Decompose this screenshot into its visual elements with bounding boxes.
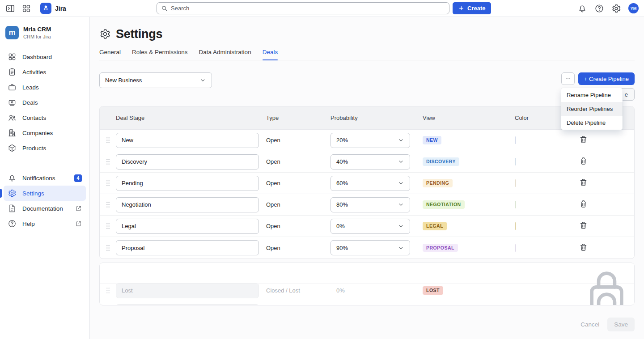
stage-type: Open — [266, 201, 330, 208]
sidebar-item-help[interactable]: Help — [4, 216, 86, 231]
stage-name-input[interactable] — [116, 154, 259, 170]
stage-color-swatch[interactable] — [515, 201, 516, 208]
sidebar-item-label: Notifications — [22, 175, 55, 182]
sidebar-item-label: Help — [22, 220, 35, 227]
cancel-button[interactable]: Cancel — [575, 318, 605, 331]
deals-icon — [8, 98, 17, 107]
global-search[interactable] — [157, 2, 449, 14]
app-title: Mria CRM — [23, 26, 51, 34]
help-icon[interactable] — [594, 4, 604, 13]
stage-color-swatch[interactable] — [515, 179, 516, 187]
pipeline-more-button[interactable] — [561, 72, 575, 85]
menu-item-delete-pipeline[interactable]: Delete Pipeline — [561, 116, 623, 130]
sidebar-item-notifications[interactable]: Notifications4 — [4, 170, 86, 186]
chevron-down-icon — [398, 245, 404, 251]
external-link-icon — [75, 205, 82, 212]
stage-name-input[interactable] — [116, 197, 259, 212]
chevron-down-icon — [398, 137, 404, 144]
sidebar-item-documentation[interactable]: Documentation — [4, 201, 86, 216]
stage-type: Open — [266, 180, 330, 186]
jira-logo-icon — [40, 3, 51, 14]
stage-name-input[interactable] — [116, 176, 259, 191]
sidebar-item-dashboard[interactable]: Dashboard — [4, 49, 86, 64]
stage-color-swatch[interactable] — [515, 136, 516, 144]
top-bar: Jira Create YM — [0, 0, 644, 17]
delete-stage-icon[interactable] — [579, 157, 588, 165]
create-button[interactable]: Create — [453, 2, 491, 14]
menu-item-rename-pipeline[interactable]: Rename Pipeline — [561, 88, 623, 102]
pipeline-select[interactable]: New Business — [99, 72, 212, 88]
form-footer: Cancel Save — [99, 318, 635, 331]
menu-item-reorder-pipelines[interactable]: Reorder Pipelines — [561, 102, 623, 116]
column-header-deal-stage: Deal Stage — [116, 114, 266, 121]
stage-name-input[interactable] — [116, 240, 259, 255]
sidebar-divider — [2, 163, 88, 163]
table-header: Deal StageTypeProbabilityViewColor — [100, 106, 634, 130]
tab-general[interactable]: General — [99, 49, 121, 60]
sidebar-item-settings[interactable]: Settings — [4, 186, 86, 201]
drag-handle-icon[interactable] — [106, 201, 110, 208]
stage-color-swatch[interactable] — [515, 158, 516, 165]
stage-color-swatch[interactable] — [515, 222, 516, 230]
stage-name-input[interactable] — [116, 219, 259, 234]
stage-color-swatch[interactable] — [515, 244, 516, 252]
drag-handle-icon[interactable] — [106, 137, 110, 144]
save-button[interactable]: Save — [607, 318, 635, 331]
column-header-type: Type — [266, 114, 330, 121]
sidebar-toggle-icon[interactable] — [5, 4, 15, 13]
stage-type: Open — [266, 223, 330, 229]
create-pipeline-button[interactable]: + Create Pipeline — [578, 72, 635, 85]
delete-stage-icon[interactable] — [579, 178, 588, 187]
stage-view-badge: NEW — [423, 136, 441, 144]
sidebar-nav-secondary: Notifications4SettingsDocumentationHelp — [0, 168, 89, 234]
probability-select[interactable]: 0% — [330, 219, 410, 234]
delete-stage-icon[interactable] — [579, 199, 588, 208]
sidebar-item-companies[interactable]: Companies — [4, 125, 86, 140]
sidebar-item-contacts[interactable]: Contacts — [4, 110, 86, 125]
search-input[interactable] — [171, 5, 445, 12]
probability-select[interactable]: 40% — [330, 154, 410, 170]
stage-name-input[interactable] — [116, 133, 259, 148]
drag-handle-icon[interactable] — [106, 180, 110, 186]
probability-select[interactable]: 20% — [330, 133, 410, 148]
probability-select[interactable]: 80% — [330, 197, 410, 212]
app-name: Jira — [55, 5, 66, 12]
sidebar-item-label: Dashboard — [22, 54, 52, 60]
sidebar-item-leads[interactable]: Leads — [4, 80, 86, 95]
sidebar-item-label: Contacts — [22, 114, 46, 121]
gear-icon — [8, 189, 17, 198]
main-content: Settings GeneralRoles & PermissionsData … — [90, 17, 644, 339]
sidebar-item-label: Companies — [22, 130, 53, 136]
drag-handle-icon[interactable] — [106, 245, 110, 251]
delete-stage-icon[interactable] — [579, 243, 588, 252]
app-switcher-icon[interactable] — [21, 4, 31, 13]
sidebar-item-label: Activities — [22, 69, 46, 76]
drag-handle-icon[interactable] — [106, 158, 110, 165]
active-indicator — [0, 189, 2, 198]
lock-icon — [579, 284, 634, 305]
user-avatar[interactable]: YM — [628, 3, 639, 13]
settings-gear-icon[interactable] — [611, 4, 621, 13]
probability-select[interactable]: 90% — [330, 240, 410, 255]
drag-handle-icon — [106, 287, 110, 294]
tab-data-administration[interactable]: Data Administration — [199, 49, 251, 60]
delete-stage-icon[interactable] — [579, 221, 588, 230]
sidebar-item-label: Documentation — [22, 205, 63, 212]
tab-roles-permissions[interactable]: Roles & Permissions — [132, 49, 188, 60]
stage-name-input — [116, 304, 259, 306]
sidebar-item-products[interactable]: Products — [4, 140, 86, 156]
help-icon — [8, 219, 17, 228]
sidebar-item-activities[interactable]: Activities — [4, 64, 86, 80]
stage-type: Open — [266, 158, 330, 165]
jira-brand[interactable]: Jira — [40, 3, 66, 14]
contacts-icon — [8, 113, 17, 122]
sidebar-item-deals[interactable]: Deals — [4, 95, 86, 110]
pipeline-select-value: New Business — [105, 77, 142, 84]
drag-handle-icon[interactable] — [106, 223, 110, 229]
stage-row-new: Open20%NEW — [100, 130, 634, 151]
tab-deals[interactable]: Deals — [263, 49, 278, 60]
delete-stage-icon[interactable] — [579, 135, 588, 144]
probability-select[interactable]: 60% — [330, 176, 410, 191]
notifications-bell-icon[interactable] — [577, 4, 587, 13]
column-header-view: View — [415, 114, 507, 121]
